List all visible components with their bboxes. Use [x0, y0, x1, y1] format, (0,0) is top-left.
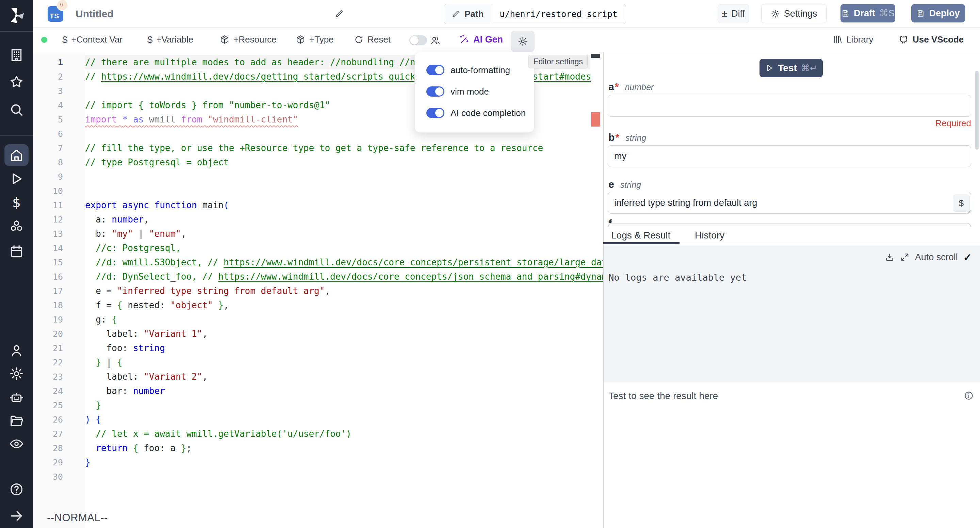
- line-number: 5: [33, 115, 63, 124]
- page-title: Untitled: [76, 0, 114, 27]
- code-line-text: }: [85, 400, 101, 410]
- code-line-text: // import { toWords } from "number-to-wo…: [85, 100, 330, 110]
- help-icon[interactable]: [9, 482, 24, 497]
- code-line: 21 foo: string: [33, 341, 603, 355]
- calendar-icon[interactable]: [9, 243, 24, 259]
- line-number: 11: [33, 200, 63, 210]
- toggle-switch[interactable]: [426, 65, 444, 75]
- tab-history[interactable]: History: [695, 229, 724, 242]
- editor-settings-button[interactable]: [511, 30, 535, 52]
- add-type-button[interactable]: +Type: [295, 27, 334, 52]
- gear-icon: [517, 36, 528, 47]
- test-button[interactable]: Test ⌘↵: [759, 59, 823, 77]
- field-a-label: a* number: [608, 81, 654, 92]
- download-logs-icon[interactable]: [885, 253, 894, 262]
- home-icon[interactable]: [9, 148, 24, 163]
- windmill-logo[interactable]: [6, 5, 27, 26]
- code-line: 18 f = { nested: "object" },: [33, 298, 603, 312]
- editor-settings-dropdown: auto-formattingvim modeAI code completio…: [414, 52, 534, 133]
- code-line: 20 label: "Variant 1",: [33, 327, 603, 341]
- package-icon: [220, 35, 230, 45]
- line-number: 13: [33, 229, 63, 239]
- resize-handle[interactable]: [966, 208, 971, 214]
- sidebar-divider: [0, 31, 33, 32]
- dollar-icon[interactable]: $: [9, 195, 24, 210]
- field-e-label: e string: [608, 179, 641, 190]
- code-line-text: //d: wmill.S3Object, // https://www.wind…: [85, 257, 603, 267]
- reset-button[interactable]: Reset: [354, 27, 391, 52]
- code-line: 30: [33, 469, 603, 484]
- dollar-icon: $: [62, 34, 68, 45]
- code-line-text: label: "Variant 2",: [85, 372, 208, 382]
- field-b-input[interactable]: [608, 145, 971, 167]
- required-asterisk: *: [615, 132, 619, 143]
- arrow-right-icon[interactable]: [9, 508, 24, 523]
- info-icon[interactable]: [964, 391, 974, 401]
- avatar-badge: [56, 0, 68, 11]
- deploy-button[interactable]: Deploy: [911, 4, 965, 22]
- code-line: 10: [33, 184, 603, 198]
- folder-icon[interactable]: [9, 413, 24, 428]
- add-variable-button[interactable]: $ +Variable: [147, 27, 193, 52]
- diff-button[interactable]: ± Diff: [718, 4, 749, 23]
- code-line: 14 //c: Postgresql,: [33, 241, 603, 255]
- line-number: 9: [33, 172, 63, 182]
- line-number: 7: [33, 143, 63, 153]
- add-resource-button[interactable]: +Resource: [220, 27, 276, 52]
- line-number: 14: [33, 243, 63, 253]
- line-number: 10: [33, 186, 63, 196]
- star-icon[interactable]: [9, 74, 24, 89]
- gear-icon[interactable]: [9, 366, 24, 382]
- line-number: 4: [33, 100, 63, 110]
- field-f-label: f: [608, 218, 629, 223]
- line-number: 17: [33, 286, 63, 296]
- magic-wand-icon: [459, 34, 469, 45]
- code-line: 16 //d: DynSelect_foo, // https://www.wi…: [33, 269, 603, 284]
- tab-logs-result[interactable]: Logs & Result: [611, 229, 670, 242]
- draft-button[interactable]: Draft ⌘S: [840, 4, 895, 22]
- line-number: 29: [33, 458, 63, 468]
- cubes-icon[interactable]: [9, 219, 24, 234]
- edit-summary-pencil-icon[interactable]: [334, 9, 344, 18]
- reset-icon: [354, 35, 364, 45]
- collaborators-icon[interactable]: [430, 35, 441, 46]
- save-icon: [916, 9, 925, 18]
- windmill-script-editor: $ TS Un: [0, 0, 980, 528]
- expand-logs-icon[interactable]: [900, 253, 910, 262]
- toggle-knob: [435, 109, 443, 117]
- code-line: 13 b: "my" | "enum",: [33, 227, 603, 241]
- line-number: 20: [33, 329, 63, 339]
- field-e-input[interactable]: [608, 192, 971, 214]
- line-number: 21: [33, 343, 63, 353]
- field-a-input[interactable]: [608, 95, 971, 117]
- run-panel-scrollbar[interactable]: [975, 71, 978, 150]
- building-icon[interactable]: [9, 48, 24, 63]
- toggle-knob: [435, 66, 443, 74]
- add-context-var-button[interactable]: $ +Context Var: [62, 27, 123, 52]
- ai-gen-button[interactable]: AI Gen: [459, 27, 503, 52]
- use-vscode-button[interactable]: Use VScode: [898, 27, 964, 52]
- library-button[interactable]: Library: [833, 27, 873, 52]
- robot-icon[interactable]: [9, 390, 24, 405]
- eye-icon[interactable]: [9, 436, 24, 452]
- code-line: 17 e = "inferred type string from defaul…: [33, 284, 603, 298]
- code-line-text: } | {: [85, 357, 123, 367]
- code-line: 19 g: {: [33, 312, 603, 327]
- path-field[interactable]: Path u/henri/restored_script: [444, 4, 626, 24]
- user-icon[interactable]: [9, 343, 24, 358]
- search-icon[interactable]: [9, 102, 24, 118]
- package-icon: [295, 35, 305, 45]
- line-number: 16: [33, 272, 63, 282]
- settings-button[interactable]: Settings: [761, 4, 827, 23]
- status-dot: [41, 37, 47, 43]
- line-number: 30: [33, 472, 63, 482]
- line-number: 26: [33, 415, 63, 425]
- play-icon[interactable]: [9, 171, 24, 186]
- collaboration-toggle[interactable]: [409, 35, 427, 45]
- toggle-switch[interactable]: [426, 108, 444, 118]
- auto-scroll-checkbox[interactable]: ✓: [963, 251, 972, 263]
- path-label: Path: [465, 9, 484, 19]
- toggle-switch[interactable]: [426, 86, 444, 97]
- code-line: 12 a: number,: [33, 212, 603, 227]
- code-line: 26) {: [33, 412, 603, 426]
